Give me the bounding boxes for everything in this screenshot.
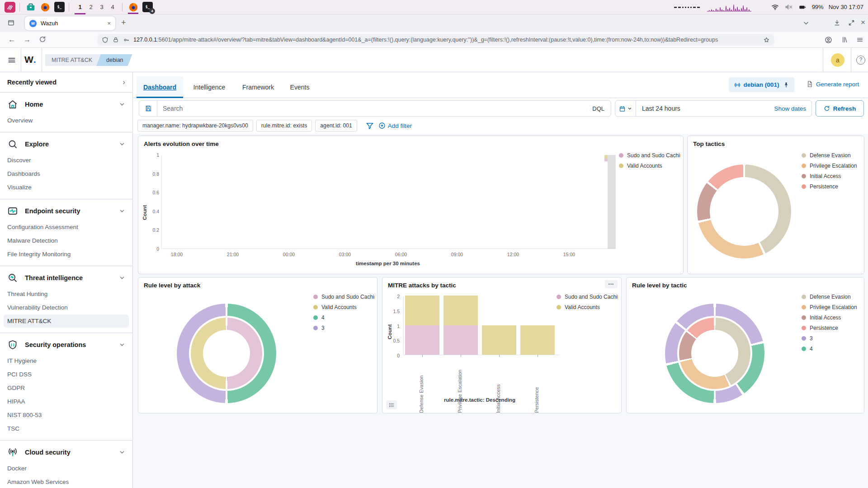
tactic-inner-ring[interactable] xyxy=(679,318,750,389)
sidebar-item-amazon-web-services[interactable]: Amazon Web Services xyxy=(4,475,129,488)
sidebar-item-dashboards[interactable]: Dashboards xyxy=(4,167,129,180)
recently-viewed[interactable]: Recently viewed › xyxy=(0,72,132,93)
sidebar-section-header-home[interactable]: Home xyxy=(0,95,132,114)
evolution-bar-valid-accounts[interactable] xyxy=(604,155,608,159)
close-window-icon[interactable]: × xyxy=(861,18,865,27)
pin-icon[interactable] xyxy=(783,82,789,88)
legend-item-4[interactable]: 4 xyxy=(313,314,375,321)
workspace-2[interactable]: 2 xyxy=(85,0,96,14)
workspace-3[interactable]: 3 xyxy=(96,0,107,14)
top-tactics-ring[interactable] xyxy=(697,164,791,258)
sidebar-item-threat-hunting[interactable]: Threat Hunting xyxy=(4,287,129,300)
browser-tab-wazuh[interactable]: w Wazuh × xyxy=(25,16,115,30)
legend-item-sudo-and-sudo-caching[interactable]: Sudo and Sudo Caching xyxy=(313,294,375,300)
sidebar-item-pci-dss[interactable]: PCI DSS xyxy=(4,368,129,381)
menu-icon[interactable] xyxy=(856,36,863,43)
legend-item-defense-evasion[interactable]: Defense Evasion xyxy=(802,294,857,300)
refresh-button[interactable]: Refresh xyxy=(816,100,864,117)
bookmark-star-icon[interactable] xyxy=(763,37,770,43)
tab-dashboard[interactable]: Dashboard xyxy=(137,76,183,98)
audio-muted-icon[interactable] xyxy=(784,3,793,11)
filter-funnel-icon[interactable] xyxy=(366,122,374,130)
sidebar-item-discover[interactable]: Discover xyxy=(4,154,129,167)
legend-item-3[interactable]: 3 xyxy=(802,335,857,342)
generate-report-button[interactable]: Generate report xyxy=(806,80,859,88)
legend-item-defense-evasion[interactable]: Defense Evasion xyxy=(802,152,857,159)
list-tabs-chevron-icon[interactable] xyxy=(803,20,809,26)
wazuh-logo[interactable]: W. xyxy=(24,54,36,65)
forward-icon[interactable]: → xyxy=(24,36,31,44)
sidebar-item-gdpr[interactable]: GDPR xyxy=(4,381,129,394)
shield-icon[interactable] xyxy=(102,37,108,43)
time-range-value[interactable]: Last 24 hours xyxy=(636,105,774,112)
panel-options-icon[interactable]: ••• xyxy=(605,280,618,288)
toolbox-icon[interactable] xyxy=(25,2,36,12)
tab-intelligence[interactable]: Intelligence xyxy=(191,76,227,98)
library-icon[interactable] xyxy=(841,36,848,43)
calendar-icon[interactable] xyxy=(615,101,636,116)
minimize-window-icon[interactable] xyxy=(834,19,840,26)
legend-item-initial-access[interactable]: Initial Access xyxy=(802,173,857,179)
sidebar-section-header-explore[interactable]: Explore xyxy=(0,135,132,154)
legend-item-sudo-and-sudo-caching[interactable]: Sudo and Sudo Caching xyxy=(619,152,680,159)
user-avatar[interactable]: a xyxy=(831,53,844,67)
reload-icon[interactable] xyxy=(39,36,46,43)
firefox-icon[interactable] xyxy=(40,2,50,12)
sidebar-item-malware-detection[interactable]: Malware Detection xyxy=(4,234,129,247)
tab-framework[interactable]: Framework xyxy=(241,76,276,98)
workspace-4[interactable]: 4 xyxy=(107,0,118,14)
tab-overview-icon[interactable] xyxy=(7,19,15,27)
legend-item-4[interactable]: 4 xyxy=(802,346,857,352)
sidebar-item-vulnerability-detection[interactable]: Vulnerability Detection xyxy=(4,301,129,314)
legend-item-valid-accounts[interactable]: Valid Accounts xyxy=(619,163,680,169)
sidebar-item-docker[interactable]: Docker xyxy=(4,462,129,475)
legend-item-persistence[interactable]: Persistence xyxy=(802,183,857,190)
legend-item-persistence[interactable]: Persistence xyxy=(802,325,857,331)
clock[interactable]: Nov 30 17:07 xyxy=(829,4,863,10)
filter-chip-manager-name[interactable]: manager.name: hydrapwkbare-20kgs0vs00 xyxy=(137,120,253,131)
workspace-1[interactable]: 1 xyxy=(75,0,85,14)
sidebar-item-configuration-assessment[interactable]: Configuration Assessment xyxy=(4,221,129,234)
legend-item-valid-accounts[interactable]: Valid Accounts xyxy=(313,304,375,310)
wifi-icon[interactable] xyxy=(771,3,779,11)
legend-item-initial-access[interactable]: Initial Access xyxy=(802,314,857,321)
filter-chip-rule-mitre-id[interactable]: rule.mitre.id: exists xyxy=(256,120,312,131)
agent-button[interactable]: debian (001) xyxy=(729,77,794,92)
cpu-graph-icon[interactable] xyxy=(707,3,766,12)
sidebar-section-header-cloud-security[interactable]: Cloud security xyxy=(0,443,132,462)
sidebar-item-overview[interactable]: Overview xyxy=(4,114,129,127)
back-icon[interactable]: ← xyxy=(8,36,15,44)
evolution-bar-sudo[interactable] xyxy=(604,159,608,161)
firefox-taskbar-icon[interactable] xyxy=(128,0,138,14)
lock-icon[interactable] xyxy=(113,37,119,43)
breadcrumb-mitre[interactable]: MITRE ATT&CK xyxy=(45,54,101,66)
sidebar-section-header-security-operations[interactable]: Security operations xyxy=(0,335,132,354)
sidebar-item-mitre-att-ck[interactable]: MITRE ATT&CK xyxy=(4,314,129,328)
nav-hamburger-icon[interactable] xyxy=(7,56,16,65)
kali-logo-icon[interactable] xyxy=(5,2,15,13)
url-field[interactable]: 127.0.0.1:5601/app/mitre-attack#/overvie… xyxy=(97,34,774,46)
bar-privilege-escalation[interactable] xyxy=(443,296,478,355)
legend-item-sudo-and-sudo-caching[interactable]: Sudo and Sudo Caching xyxy=(557,294,618,300)
legend-toggle-icon[interactable] xyxy=(386,400,397,409)
save-query-icon[interactable] xyxy=(139,101,157,116)
tab-events[interactable]: Events xyxy=(289,76,310,98)
filter-chip-agent-id[interactable]: agent.id: 001 xyxy=(315,120,357,131)
restore-window-icon[interactable] xyxy=(848,19,855,26)
breadcrumb-agent[interactable]: debian xyxy=(96,54,132,66)
sidebar-section-header-endpoint-security[interactable]: Endpoint security xyxy=(0,202,132,221)
search-input[interactable] xyxy=(157,105,586,112)
new-tab-icon[interactable]: + xyxy=(121,18,126,28)
evolution-plot[interactable] xyxy=(161,155,614,249)
show-dates-button[interactable]: Show dates xyxy=(774,105,811,112)
sidebar-item-hipaa[interactable]: HIPAA xyxy=(4,395,129,408)
sidebar-item-nist-800-53[interactable]: NIST 800-53 xyxy=(4,408,129,422)
sidebar-item-visualize[interactable]: Visualize xyxy=(4,181,129,194)
sidebar-item-tsc[interactable]: TSC xyxy=(4,422,129,435)
bar-defense-evasion[interactable] xyxy=(405,296,439,355)
legend-item-privilege-escalation[interactable]: Privilege Escalation xyxy=(802,304,857,310)
terminal-taskbar-icon[interactable]: $_4 xyxy=(142,2,153,12)
tab-close-icon[interactable]: × xyxy=(107,20,111,27)
legend-item-3[interactable]: 3 xyxy=(313,325,375,331)
legend-item-valid-accounts[interactable]: Valid Accounts xyxy=(557,304,618,310)
